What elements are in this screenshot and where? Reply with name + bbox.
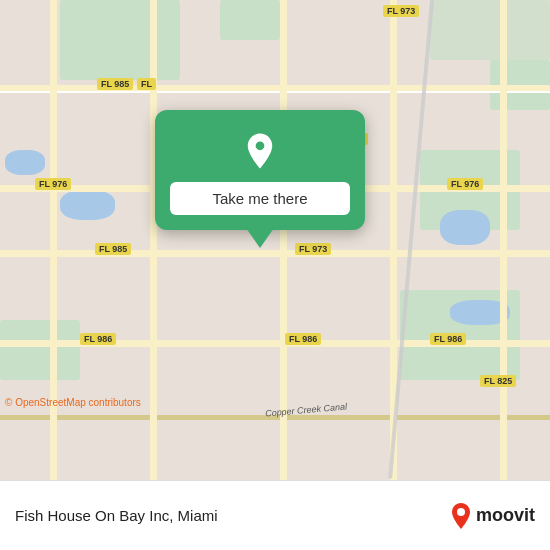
road-label-fl986-right: FL 986: [430, 333, 466, 345]
osm-link[interactable]: OpenStreetMap: [15, 397, 86, 408]
map-area[interactable]: FL 985 FL FL 976 FL 976 FL 985 FL 973 97…: [0, 0, 550, 480]
road-label-fl-top2: FL: [137, 78, 156, 90]
location-title: Fish House On Bay Inc, Miami: [15, 507, 218, 524]
location-popup: Take me there: [155, 110, 365, 230]
road-label-fl986-mid: FL 986: [285, 333, 321, 345]
road-label-fl986-left: FL 986: [80, 333, 116, 345]
road-label-fl973-top: FL 973: [383, 5, 419, 17]
moovit-brand-text: moovit: [476, 505, 535, 526]
moovit-pin-icon: [451, 503, 471, 529]
road-label-fl985-top: FL 985: [97, 78, 133, 90]
bottom-bar: Fish House On Bay Inc, Miami moovit: [0, 480, 550, 550]
road-label-fl976-right: FL 976: [447, 178, 483, 190]
svg-point-0: [457, 508, 465, 516]
road-label-fl825: FL 825: [480, 375, 516, 387]
osm-contributors: contributors: [89, 397, 141, 408]
take-me-there-button[interactable]: Take me there: [170, 182, 350, 215]
road-label-fl973-mid: FL 973: [295, 243, 331, 255]
location-pin-icon: [239, 130, 281, 172]
road-label-fl985-mid: FL 985: [95, 243, 131, 255]
road-label-fl976-left: FL 976: [35, 178, 71, 190]
moovit-logo: moovit: [451, 503, 535, 529]
osm-attribution: © OpenStreetMap contributors: [5, 397, 141, 408]
osm-copyright: ©: [5, 397, 12, 408]
